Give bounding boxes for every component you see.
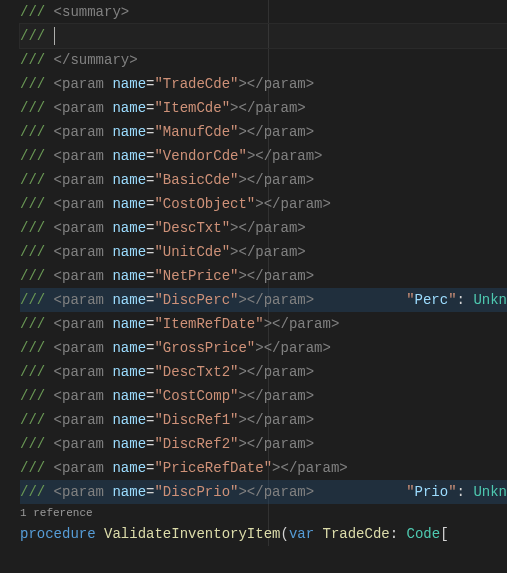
code-line[interactable]: ///: [20, 24, 507, 48]
inline-hint: "Perc": Unkn: [406, 288, 507, 312]
param-value: "DiscRef1": [154, 412, 238, 428]
param-close-tag: param: [297, 460, 339, 476]
code-line[interactable]: /// <param name="NetPrice"></param>: [20, 264, 507, 288]
param-close-tag: param: [281, 340, 323, 356]
code-line[interactable]: /// <param name="DiscRef2"></param>: [20, 432, 507, 456]
code-line[interactable]: procedure ValidateInventoryItem(var Trad…: [20, 522, 507, 546]
procedure-keyword: procedure: [20, 526, 96, 542]
param-value: "PriceRefDate": [154, 460, 272, 476]
code-line[interactable]: /// <param name="ManufCde"></param>: [20, 120, 507, 144]
param-tag: param: [62, 388, 104, 404]
param-tag: param: [62, 436, 104, 452]
param-close-tag: param: [264, 388, 306, 404]
code-line[interactable]: /// <param name="TradeCde"></param>: [20, 72, 507, 96]
attr-name: name: [112, 460, 146, 476]
param-value: "ItemCde": [154, 100, 230, 116]
param-close-tag: param: [255, 100, 297, 116]
code-line[interactable]: /// <param name="ItemCde"></param>: [20, 96, 507, 120]
param-close-tag: param: [264, 292, 306, 308]
attr-name: name: [112, 340, 146, 356]
param-tag: param: [62, 340, 104, 356]
param-value: "DescTxt2": [154, 364, 238, 380]
param-tag: param: [62, 292, 104, 308]
param-close-tag: param: [289, 316, 331, 332]
param-tag: param: [62, 172, 104, 188]
param-value: "CostObject": [154, 196, 255, 212]
param-tag: param: [62, 460, 104, 476]
param-tag: param: [62, 364, 104, 380]
inline-hint: "Prio": Unkn: [406, 480, 507, 504]
attr-name: name: [112, 436, 146, 452]
attr-name: name: [112, 172, 146, 188]
param-value: "DiscRef2": [154, 436, 238, 452]
attr-name: name: [112, 316, 146, 332]
param-close-tag: param: [264, 364, 306, 380]
param-close-tag: param: [264, 412, 306, 428]
code-line[interactable]: /// <param name="PriceRefDate"></param>: [20, 456, 507, 480]
code-line[interactable]: /// <param name="DescTxt"></param>: [20, 216, 507, 240]
code-line[interactable]: /// <param name="DiscRef1"></param>: [20, 408, 507, 432]
code-line[interactable]: /// <param name="DescTxt2"></param>: [20, 360, 507, 384]
attr-name: name: [112, 388, 146, 404]
attr-name: name: [112, 364, 146, 380]
param-value: "DiscPrio": [154, 484, 238, 500]
param-close-tag: param: [255, 220, 297, 236]
attr-name: name: [112, 484, 146, 500]
param-tag: param: [62, 100, 104, 116]
param-close-tag: param: [264, 484, 306, 500]
param-tag: param: [62, 484, 104, 500]
attr-name: name: [112, 292, 146, 308]
param-tag: param: [62, 244, 104, 260]
param-value: "DiscPerc": [154, 292, 238, 308]
type-name: Code: [407, 526, 441, 542]
param-value: "VendorCde": [154, 148, 246, 164]
attr-name: name: [112, 268, 146, 284]
code-line[interactable]: /// <param name="DiscPrio"></param>"Prio…: [20, 480, 507, 504]
param-close-tag: param: [272, 148, 314, 164]
codelens-references[interactable]: 1 reference: [20, 504, 507, 522]
param-tag: param: [62, 124, 104, 140]
param-close-tag: param: [264, 76, 306, 92]
param-value: "DescTxt": [154, 220, 230, 236]
code-line[interactable]: /// <summary>: [20, 0, 507, 24]
attr-name: name: [112, 220, 146, 236]
param-tag: param: [62, 196, 104, 212]
param-value: "ItemRefDate": [154, 316, 263, 332]
code-line[interactable]: /// <param name="CostObject"></param>: [20, 192, 507, 216]
text-cursor: [54, 27, 55, 45]
param-value: "GrossPrice": [154, 340, 255, 356]
param-close-tag: param: [264, 124, 306, 140]
attr-name: name: [112, 196, 146, 212]
summary-close-tag: /summary: [62, 52, 129, 68]
param-close-tag: param: [264, 268, 306, 284]
param-close-tag: param: [255, 244, 297, 260]
param-name: TradeCde: [323, 526, 390, 542]
param-tag: param: [62, 220, 104, 236]
param-value: "ManufCde": [154, 124, 238, 140]
param-tag: param: [62, 316, 104, 332]
param-value: "NetPrice": [154, 268, 238, 284]
code-line[interactable]: /// <param name="ItemRefDate"></param>: [20, 312, 507, 336]
attr-name: name: [112, 76, 146, 92]
code-line[interactable]: /// <param name="CostComp"></param>: [20, 384, 507, 408]
code-editor[interactable]: /// <summary> /// /// </summary> /// <pa…: [0, 0, 507, 546]
param-close-tag: param: [264, 172, 306, 188]
param-value: "CostComp": [154, 388, 238, 404]
param-tag: param: [62, 148, 104, 164]
param-close-tag: param: [281, 196, 323, 212]
code-line[interactable]: /// </summary>: [20, 48, 507, 72]
attr-name: name: [112, 100, 146, 116]
code-line[interactable]: /// <param name="VendorCde"></param>: [20, 144, 507, 168]
summary-open-tag: summary: [62, 4, 121, 20]
param-value: "BasicCde": [154, 172, 238, 188]
code-line[interactable]: /// <param name="GrossPrice"></param>: [20, 336, 507, 360]
attr-name: name: [112, 412, 146, 428]
var-keyword: var: [289, 526, 314, 542]
procedure-name: ValidateInventoryItem: [104, 526, 280, 542]
attr-name: name: [112, 244, 146, 260]
code-line[interactable]: /// <param name="UnitCde"></param>: [20, 240, 507, 264]
param-value: "TradeCde": [154, 76, 238, 92]
param-tag: param: [62, 268, 104, 284]
code-line[interactable]: /// <param name="BasicCde"></param>: [20, 168, 507, 192]
code-line[interactable]: /// <param name="DiscPerc"></param>"Perc…: [20, 288, 507, 312]
